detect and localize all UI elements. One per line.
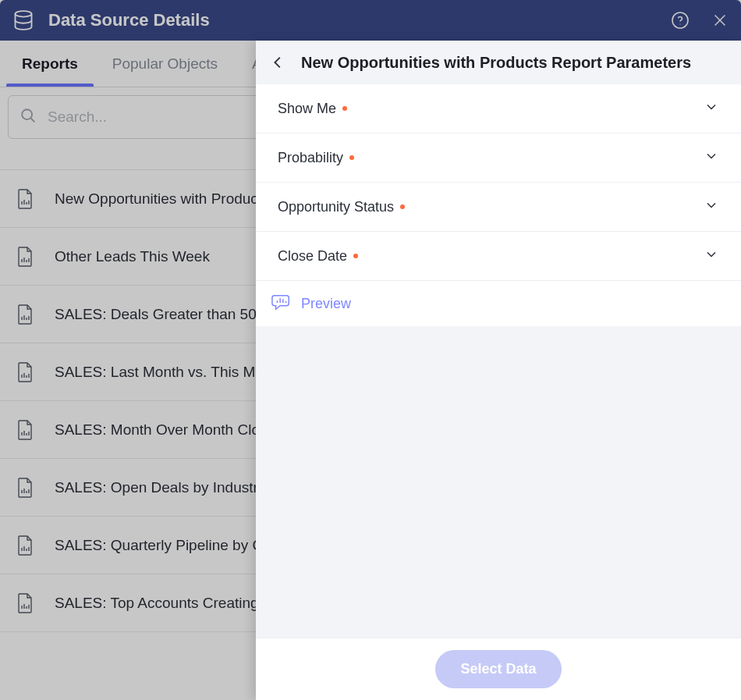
chevron-down-icon [704, 148, 719, 167]
chevron-down-icon [704, 99, 719, 118]
param-show-me[interactable]: Show Me [256, 84, 741, 133]
chevron-down-icon [704, 197, 719, 216]
drawer-title: New Opportunities with Products Report P… [301, 54, 691, 72]
required-dot [342, 106, 347, 111]
parameters-drawer: New Opportunities with Products Report P… [256, 41, 741, 700]
back-icon[interactable] [270, 54, 287, 71]
required-dot [353, 254, 358, 258]
preview-row[interactable]: Preview [256, 281, 741, 326]
preview-label: Preview [301, 296, 351, 312]
param-label: Opportunity Status [278, 199, 405, 215]
chat-chart-icon [271, 293, 292, 314]
param-label: Close Date [278, 248, 358, 265]
required-dot [400, 204, 405, 209]
chevron-down-icon [704, 247, 719, 265]
param-label: Probability [278, 150, 354, 166]
param-label: Show Me [278, 101, 347, 117]
param-probability[interactable]: Probability [256, 133, 741, 183]
select-data-button[interactable]: Select Data [435, 650, 561, 688]
required-dot [349, 155, 354, 160]
param-close-date[interactable]: Close Date [256, 232, 741, 281]
param-opportunity-status[interactable]: Opportunity Status [256, 183, 741, 232]
